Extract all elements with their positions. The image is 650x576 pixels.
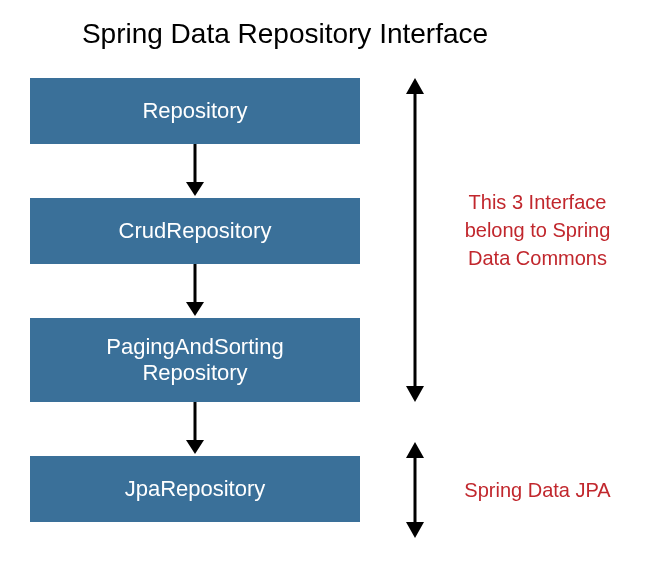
arrow-down-icon — [30, 264, 360, 318]
svg-marker-3 — [186, 302, 204, 316]
hierarchy-diagram: Repository CrudRepository PagingAndSorti… — [30, 78, 360, 522]
annotation-commons-line3: Data Commons — [468, 247, 607, 269]
svg-marker-1 — [186, 182, 204, 196]
svg-marker-8 — [406, 386, 424, 402]
bracket-jpa — [400, 442, 430, 538]
arrow-down-icon — [30, 144, 360, 198]
svg-marker-10 — [406, 442, 424, 458]
arrow-down-icon — [30, 402, 360, 456]
box-paging-line2: Repository — [142, 360, 247, 385]
svg-marker-5 — [186, 440, 204, 454]
box-jpa-repository: JpaRepository — [30, 456, 360, 522]
annotation-commons-line1: This 3 Interface — [469, 191, 607, 213]
annotation-commons: This 3 Interface belong to Spring Data C… — [450, 188, 625, 272]
annotation-commons-line2: belong to Spring — [465, 219, 611, 241]
box-repository: Repository — [30, 78, 360, 144]
diagram-title: Spring Data Repository Interface — [0, 0, 650, 62]
svg-marker-11 — [406, 522, 424, 538]
box-paging-line1: PagingAndSorting — [106, 334, 283, 359]
box-paging-sorting-repository: PagingAndSorting Repository — [30, 318, 360, 402]
box-crud-repository: CrudRepository — [30, 198, 360, 264]
svg-marker-7 — [406, 78, 424, 94]
annotation-jpa: Spring Data JPA — [450, 476, 625, 504]
bracket-commons — [400, 78, 430, 402]
